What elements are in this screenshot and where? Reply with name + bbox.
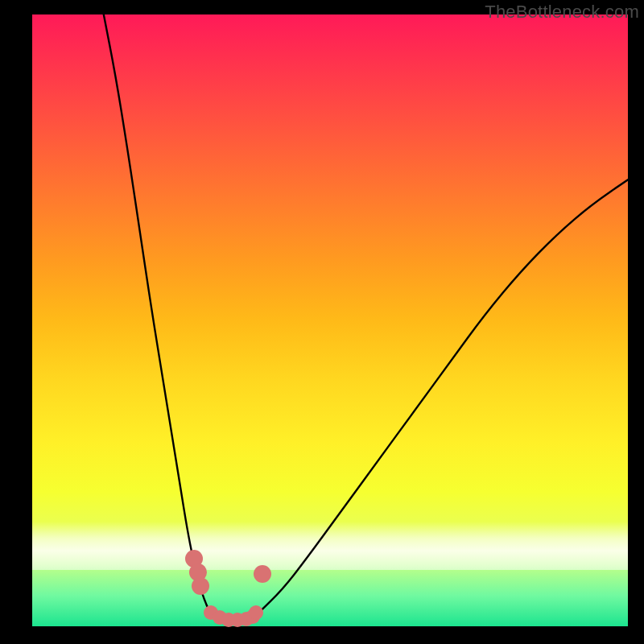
valley-dot [246,609,260,624]
valley-dot [185,550,203,568]
valley-dot [192,577,209,595]
watermark-text: TheBottleneck.com [485,2,639,23]
chart-stage: TheBottleneck.com [0,0,644,644]
valley-dot [189,564,207,581]
valley-dot [239,612,254,626]
valley-dot [204,605,218,620]
valley-dot [254,565,271,583]
valley-dot [221,613,236,627]
plot-area [32,14,628,626]
valley-dot [230,613,245,627]
light-band [32,522,628,570]
bottleneck-curve [32,14,628,626]
valley-dot [213,610,227,625]
valley-dot [249,605,263,620]
